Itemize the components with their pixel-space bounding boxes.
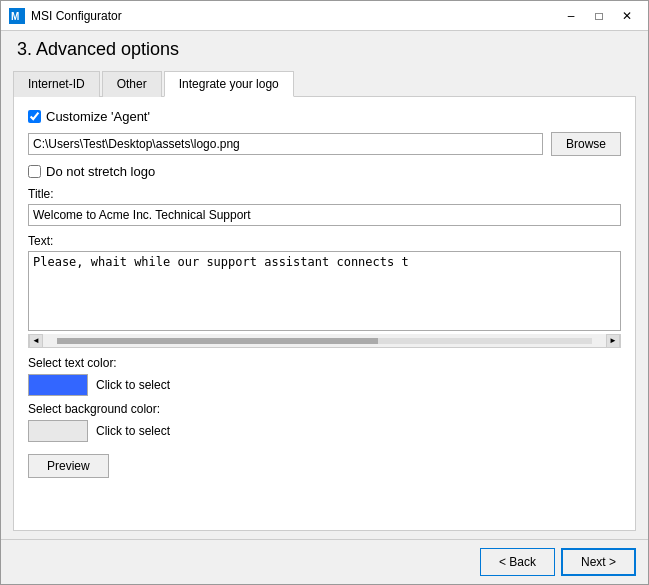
- footer: < Back Next >: [1, 539, 648, 584]
- bg-color-label: Select background color:: [28, 402, 621, 416]
- minimize-button[interactable]: –: [558, 5, 584, 27]
- text-area-container: ◄ ►: [28, 251, 621, 348]
- page-heading-text: 3. Advanced options: [17, 39, 179, 59]
- no-stretch-checkbox[interactable]: [28, 165, 41, 178]
- text-color-click-label[interactable]: Click to select: [96, 378, 170, 392]
- title-bar: M MSI Configurator – □ ✕: [1, 1, 648, 31]
- maximize-button[interactable]: □: [586, 5, 612, 27]
- scroll-left-arrow[interactable]: ◄: [29, 334, 43, 348]
- scroll-thumb-x: [57, 338, 378, 344]
- bg-color-click-label[interactable]: Click to select: [96, 424, 170, 438]
- tab-bar: Internet-ID Other Integrate your logo: [13, 70, 636, 97]
- textarea-scrollbar-x: ◄ ►: [28, 334, 621, 348]
- back-button[interactable]: < Back: [480, 548, 555, 576]
- tab-integrate-logo[interactable]: Integrate your logo: [164, 71, 294, 97]
- window-controls: – □ ✕: [558, 5, 640, 27]
- close-button[interactable]: ✕: [614, 5, 640, 27]
- text-textarea[interactable]: [28, 251, 621, 331]
- page-heading: 3. Advanced options: [1, 31, 648, 66]
- svg-text:M: M: [11, 11, 19, 22]
- text-color-swatch[interactable]: [28, 374, 88, 396]
- preview-button[interactable]: Preview: [28, 454, 109, 478]
- main-window: M MSI Configurator – □ ✕ 3. Advanced opt…: [0, 0, 649, 585]
- no-stretch-row: Do not stretch logo: [28, 164, 621, 179]
- scroll-right-arrow[interactable]: ►: [606, 334, 620, 348]
- customize-checkbox-row: Customize 'Agent': [28, 109, 621, 124]
- file-path-input[interactable]: [28, 133, 543, 155]
- no-stretch-label: Do not stretch logo: [46, 164, 155, 179]
- scroll-track-x: [57, 338, 592, 344]
- tab-other[interactable]: Other: [102, 71, 162, 97]
- content-area: Internet-ID Other Integrate your logo Cu…: [1, 66, 648, 539]
- customize-label: Customize 'Agent': [46, 109, 150, 124]
- text-color-label: Select text color:: [28, 356, 621, 370]
- tab-internet-id[interactable]: Internet-ID: [13, 71, 100, 97]
- bg-color-swatch[interactable]: [28, 420, 88, 442]
- window-title: MSI Configurator: [31, 9, 558, 23]
- customize-checkbox[interactable]: [28, 110, 41, 123]
- title-input[interactable]: [28, 204, 621, 226]
- bg-color-row: Click to select: [28, 420, 621, 442]
- app-icon: M: [9, 8, 25, 24]
- text-label: Text:: [28, 234, 621, 248]
- tab-panel-integrate-logo: Customize 'Agent' Browse Do not stretch …: [13, 97, 636, 531]
- file-path-row: Browse: [28, 132, 621, 156]
- title-label: Title:: [28, 187, 621, 201]
- next-button[interactable]: Next >: [561, 548, 636, 576]
- browse-button[interactable]: Browse: [551, 132, 621, 156]
- text-color-row: Click to select: [28, 374, 621, 396]
